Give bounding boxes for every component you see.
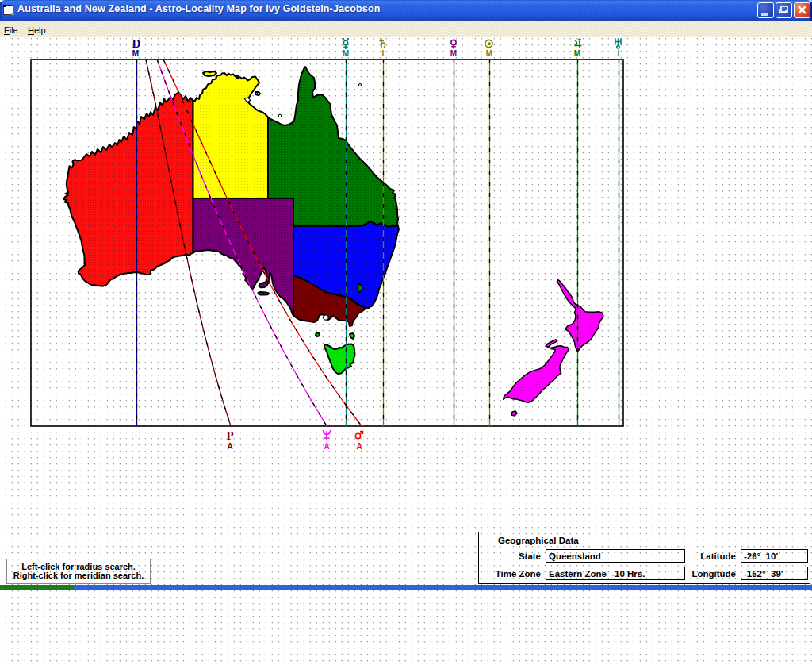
svg-text:I: I [382, 49, 385, 58]
svg-text:M: M [486, 49, 492, 58]
svg-text:I: I [618, 49, 620, 58]
svg-text:P: P [226, 429, 233, 442]
svg-text:A: A [227, 442, 232, 451]
svg-text:M: M [450, 49, 457, 58]
svg-text:M: M [132, 49, 139, 58]
svg-text:A: A [356, 442, 362, 451]
svg-text:D: D [132, 37, 141, 50]
svg-text:M: M [574, 49, 580, 58]
svg-text:M: M [343, 49, 349, 58]
svg-text:A: A [324, 442, 329, 451]
